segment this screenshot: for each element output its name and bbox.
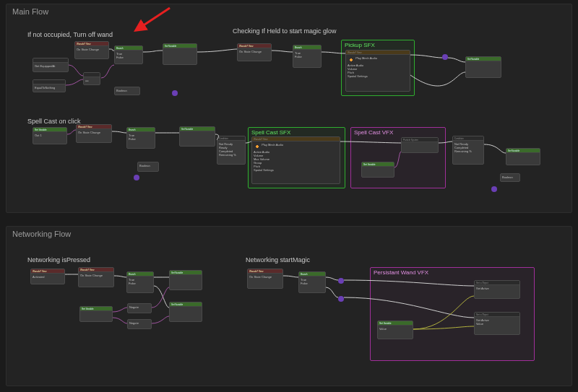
group-spellcast-label: Spell Cast on click bbox=[27, 118, 81, 125]
pill-reroute-2[interactable] bbox=[442, 54, 448, 60]
section-main-flow-label: Main Flow bbox=[12, 7, 48, 16]
node-get-equipped[interactable]: Get EquippedAt bbox=[33, 58, 69, 72]
speaker-icon-2 bbox=[254, 144, 260, 149]
node-setactive-1[interactable]: Get a Object Set Active bbox=[474, 280, 520, 299]
node-onstate-3[interactable]: Warudo? View On State Change bbox=[76, 124, 112, 143]
node-bool-1[interactable]: Boolean bbox=[114, 87, 140, 95]
node-setvar-4[interactable]: Set Variable bbox=[506, 148, 540, 165]
node-setvar-np1[interactable]: Set Variable bbox=[169, 270, 202, 290]
node-onstate-1[interactable]: Warudo? View On State Change bbox=[74, 41, 109, 59]
node-particle[interactable]: Particle System bbox=[401, 137, 439, 153]
node-getvar-sm[interactable]: Get Variable Value bbox=[377, 321, 413, 339]
group-heldglow-label: Checking If Held to start magic glow bbox=[233, 27, 337, 35]
pill-reroute-6[interactable] bbox=[338, 296, 344, 302]
node-branch-2[interactable]: Branch TrueFalse bbox=[293, 45, 322, 68]
node-setvar-3[interactable]: Set Variable bbox=[179, 126, 215, 147]
node-branch-3[interactable]: Branch TrueFalse bbox=[126, 127, 155, 149]
svg-line-0 bbox=[136, 8, 170, 30]
node-getvar-np[interactable]: Get Variable bbox=[79, 306, 113, 322]
node-bool-2[interactable]: Boolean bbox=[137, 162, 159, 172]
node-equal-nothing[interactable]: EqualToNothing bbox=[33, 79, 66, 92]
group-netpressed-label: Networking isPressed bbox=[27, 256, 90, 263]
comment-spellcast-vfx-title: Spell Cast VFX bbox=[351, 128, 445, 137]
node-onstate-2[interactable]: Warudo? View On State Change bbox=[237, 43, 272, 61]
node-branch-5[interactable]: Branch TrueFalse bbox=[298, 271, 326, 293]
node-getvar-vfx[interactable]: Get Variable bbox=[361, 162, 394, 178]
node-activated[interactable]: Warudo? View Activated bbox=[30, 269, 65, 284]
node-pickup-audio[interactable]: Warudo? View Play Mesh Audio Active Audi… bbox=[345, 50, 410, 92]
pill-reroute-5[interactable] bbox=[338, 278, 344, 284]
node-negate-2[interactable]: Negate bbox=[127, 319, 152, 329]
node-branch-4[interactable]: Branch TrueFalse bbox=[126, 271, 154, 293]
pill-reroute-1[interactable] bbox=[172, 90, 178, 96]
node-setactive-2[interactable]: Get a Object Set ActiveValue bbox=[474, 312, 520, 335]
node-setvar-np2[interactable]: Set Variable bbox=[169, 302, 202, 322]
speaker-icon bbox=[348, 57, 354, 63]
node-setvar-1[interactable]: Set Variable bbox=[163, 43, 197, 65]
red-arrow-annotation bbox=[130, 6, 173, 35]
section-networking-flow-label: Networking Flow bbox=[12, 230, 71, 238]
pill-reroute-3[interactable] bbox=[134, 175, 139, 180]
node-negate-1[interactable]: Negate bbox=[127, 303, 152, 313]
comment-pickup-sfx-title: Pickup SFX bbox=[342, 40, 414, 50]
node-equal-small[interactable]: == bbox=[83, 72, 100, 85]
group-turnoff-label: If not occupied, Turn off wand bbox=[27, 31, 113, 38]
pill-reroute-4[interactable] bbox=[491, 186, 497, 192]
node-onstate-4[interactable]: Warudo? View On State Change bbox=[78, 267, 114, 287]
comment-persistent-vfx-title: Persistant Wand VFX bbox=[371, 268, 534, 277]
node-setvar-2[interactable]: Set Variable bbox=[465, 56, 501, 78]
node-bool-3[interactable]: Boolean bbox=[500, 173, 520, 182]
node-getvar-sc1[interactable]: Get Variable Out 1 bbox=[33, 127, 67, 144]
node-branch-1[interactable]: Branch TrueFalse bbox=[114, 45, 143, 64]
node-cooldown-2[interactable]: Condition Not Ready Completed Remaining … bbox=[452, 136, 484, 165]
group-netstart-label: Networking startMagic bbox=[246, 256, 310, 263]
comment-spellcast-vfx: Spell Cast VFX bbox=[350, 127, 446, 188]
node-cooldown-1[interactable]: Condition Not Ready Ready Completed Rema… bbox=[217, 136, 246, 165]
node-onstate-5[interactable]: Warudo? View On State Change bbox=[247, 269, 283, 289]
node-spellcast-audio[interactable]: Warudo? View Play Mesh Audio Active Audi… bbox=[251, 136, 340, 184]
